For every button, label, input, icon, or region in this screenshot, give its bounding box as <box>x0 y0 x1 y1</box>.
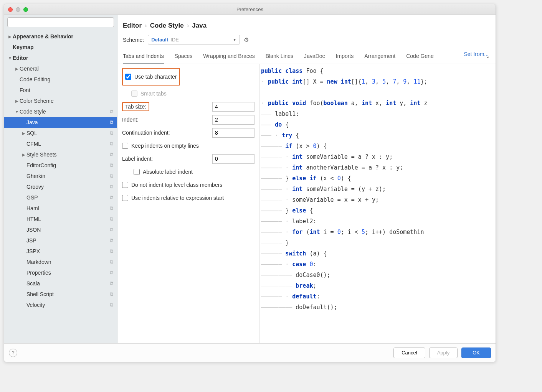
indent-input[interactable] <box>212 115 254 125</box>
stack-icon: ⧉ <box>110 119 113 125</box>
tree-item-jspx[interactable]: JSPX⧉ <box>4 246 117 257</box>
tree-item-label: Shell Script <box>26 291 110 297</box>
cont-indent-input[interactable] <box>212 128 254 138</box>
tree-item-label: HTML <box>26 216 110 222</box>
caret-icon: ▼ <box>14 110 20 114</box>
search-input[interactable] <box>7 17 114 27</box>
tree-item-label: Markdown <box>26 259 110 265</box>
indent-label: Indent: <box>122 117 139 123</box>
tree-item-gsp[interactable]: GSP⧉ <box>4 192 117 203</box>
stack-icon: ⧉ <box>110 259 113 265</box>
keep-empty-checkbox[interactable] <box>122 143 128 149</box>
tree-item-markdown[interactable]: Markdown⧉ <box>4 257 117 267</box>
tab-tabs-and-indents[interactable]: Tabs and Indents <box>123 51 164 64</box>
cont-indent-label: Continuation indent: <box>122 130 170 136</box>
tree-item-label: Scala <box>26 280 110 287</box>
tree-item-properties[interactable]: Properties⧉ <box>4 267 117 278</box>
tabs-overflow-icon[interactable]: ⌄ <box>486 51 490 64</box>
gear-icon[interactable]: ⚙ <box>244 36 249 43</box>
use-tab-label: Use tab character <box>134 74 177 80</box>
stack-icon: ⧉ <box>110 291 113 297</box>
breadcrumb: Editor › Code Style › Java <box>117 15 496 33</box>
rel-expr-checkbox[interactable] <box>122 195 128 201</box>
tree-item-label: CFML <box>26 141 110 147</box>
tab-imports[interactable]: Imports <box>336 51 354 64</box>
scheme-dropdown[interactable]: DefaultIDE ▼ <box>148 35 240 44</box>
window-title: Preferences <box>4 7 496 12</box>
chevron-right-icon: › <box>187 22 189 30</box>
tree-item-general[interactable]: ▶General <box>4 63 117 74</box>
help-icon[interactable]: ? <box>9 349 17 357</box>
tab-blank-lines[interactable]: Blank Lines <box>266 51 293 64</box>
apply-button: Apply <box>429 348 458 358</box>
tree-item-cfml[interactable]: CFML⧉ <box>4 138 117 149</box>
tree-item-label: Properties <box>26 270 110 276</box>
tab-wrapping-and-braces[interactable]: Wrapping and Braces <box>203 51 254 64</box>
tree-item-label: Font <box>20 87 115 93</box>
tree-item-java[interactable]: Java⧉ <box>4 117 117 128</box>
tab-javadoc[interactable]: JavaDoc <box>304 51 325 64</box>
tree-item-label: Keymap <box>13 44 115 50</box>
tree-item-label: Style Sheets <box>26 152 110 158</box>
crumb-editor[interactable]: Editor <box>123 22 142 30</box>
stack-icon: ⧉ <box>110 237 113 244</box>
no-top-indent-label: Do not indent top level class members <box>131 182 222 188</box>
keep-empty-label: Keep indents on empty lines <box>131 143 199 149</box>
stack-icon: ⧉ <box>110 184 113 190</box>
tree-item-font[interactable]: Font <box>4 85 117 96</box>
stack-icon: ⧉ <box>110 194 113 201</box>
code-preview: public class Foo { · public int[] X = ne… <box>259 64 496 343</box>
tree-item-json[interactable]: JSON⧉ <box>4 224 117 235</box>
caret-icon: ▶ <box>7 35 13 39</box>
titlebar: Preferences <box>4 4 496 15</box>
caret-icon: ▶ <box>21 131 26 135</box>
tab-size-label: Tab size: <box>125 104 146 110</box>
tree-item-style-sheets[interactable]: ▶Style Sheets⧉ <box>4 149 117 160</box>
ok-button[interactable]: OK <box>461 348 491 358</box>
chevron-right-icon: › <box>145 22 147 30</box>
tree-item-editorconfig[interactable]: EditorConfig⧉ <box>4 160 117 171</box>
tree-item-code-style[interactable]: ▼Code Style⧉ <box>4 106 117 117</box>
stack-icon: ⧉ <box>110 162 113 168</box>
tree-item-editor[interactable]: ▼Editor <box>4 53 117 63</box>
tree-item-color-scheme[interactable]: ▶Color Scheme <box>4 96 117 106</box>
tree-item-label: Appearance & Behavior <box>13 33 115 40</box>
tree-item-gherkin[interactable]: Gherkin⧉ <box>4 171 117 181</box>
use-tab-checkbox[interactable] <box>125 74 131 80</box>
tree-item-velocity[interactable]: Velocity⧉ <box>4 300 117 310</box>
tree-item-code-editing[interactable]: Code Editing <box>4 74 117 85</box>
chevron-down-icon: ▼ <box>233 38 236 42</box>
label-indent-label: Label indent: <box>122 156 153 162</box>
tree-item-appearance-behavior[interactable]: ▶Appearance & Behavior <box>4 31 117 42</box>
settings-tree[interactable]: ▶Appearance & BehaviorKeymap▼Editor▶Gene… <box>4 30 117 343</box>
stack-icon: ⧉ <box>110 152 113 158</box>
tree-item-keymap[interactable]: Keymap <box>4 42 117 53</box>
scheme-label: Scheme: <box>123 37 144 43</box>
tab-size-input[interactable] <box>212 102 254 112</box>
caret-icon: ▶ <box>21 153 26 157</box>
tree-item-label: Color Scheme <box>20 98 115 104</box>
tree-item-sql[interactable]: ▶SQL⧉ <box>4 128 117 138</box>
abs-label-checkbox[interactable] <box>134 169 140 175</box>
tree-item-groovy[interactable]: Groovy⧉ <box>4 181 117 192</box>
tree-item-shell-script[interactable]: Shell Script⧉ <box>4 289 117 300</box>
tabs-bar: Tabs and IndentsSpacesWrapping and Brace… <box>117 51 496 64</box>
tree-item-scala[interactable]: Scala⧉ <box>4 278 117 289</box>
tree-item-label: Editor <box>13 55 115 61</box>
tree-item-label: Haml <box>26 205 110 211</box>
stack-icon: ⧉ <box>110 141 113 147</box>
caret-icon: ▶ <box>14 67 20 71</box>
tree-item-jsp[interactable]: JSP⧉ <box>4 235 117 246</box>
cancel-button[interactable]: Cancel <box>393 348 425 358</box>
no-top-indent-checkbox[interactable] <box>122 182 128 188</box>
smart-tabs-checkbox <box>131 91 137 97</box>
label-indent-input[interactable] <box>212 154 254 164</box>
tree-item-html[interactable]: HTML⧉ <box>4 214 117 224</box>
tab-code-gene[interactable]: Code Gene <box>406 51 434 64</box>
tree-item-haml[interactable]: Haml⧉ <box>4 203 117 214</box>
tab-spaces[interactable]: Spaces <box>175 51 193 64</box>
crumb-codestyle[interactable]: Code Style <box>150 22 184 30</box>
tree-item-label: Java <box>26 119 110 125</box>
caret-icon: ▶ <box>14 99 20 103</box>
tab-arrangement[interactable]: Arrangement <box>364 51 395 64</box>
